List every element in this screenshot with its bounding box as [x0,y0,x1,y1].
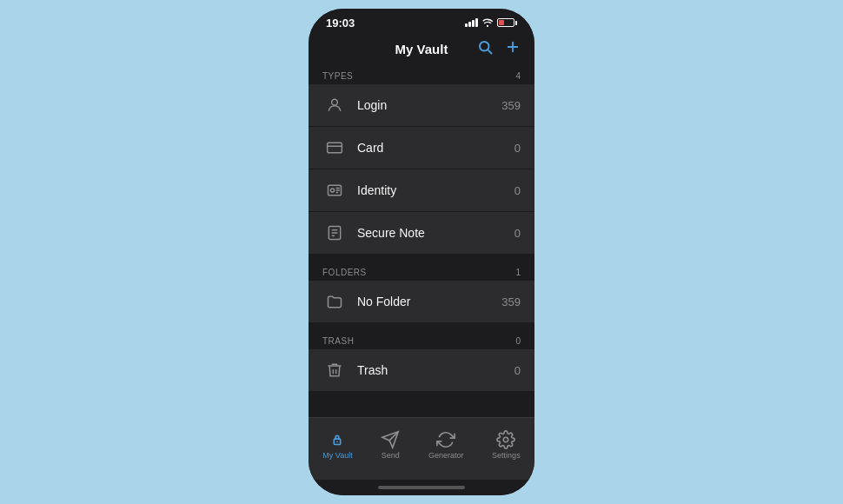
bottom-nav: My Vault Send Generator Settings [309,417,534,480]
vault-nav-icon [328,430,347,449]
status-icons [465,18,517,27]
card-count: 0 [514,142,521,155]
secure-note-item[interactable]: Secure Note 0 [309,212,534,254]
nav-my-vault[interactable]: My Vault [315,427,359,463]
svg-rect-5 [328,143,342,153]
header-title: My Vault [395,42,448,56]
status-time: 19:03 [326,17,355,30]
no-folder-count: 359 [501,295,521,308]
svg-point-18 [504,437,509,442]
no-folder-item[interactable]: No Folder 359 [309,281,534,322]
identity-count: 0 [514,184,521,197]
trash-section-header: TRASH 0 [309,329,534,349]
types-count: 4 [515,71,521,81]
types-section: TYPES 4 Login 359 [309,64,534,254]
send-nav-label: Send [382,451,400,460]
nav-generator[interactable]: Generator [422,427,471,463]
svg-line-1 [488,50,491,53]
battery-icon [497,18,517,27]
settings-nav-label: Settings [492,451,521,460]
types-section-header: TYPES 4 [309,64,534,84]
trash-icon [322,358,347,382]
generator-nav-icon [436,430,455,449]
card-label: Card [357,141,383,155]
identity-icon [322,178,347,202]
content-area: TYPES 4 Login 359 [309,64,534,417]
secure-note-label: Secure Note [357,226,425,240]
trash-section-count: 0 [515,336,521,346]
folders-count: 1 [515,268,521,277]
header: My Vault [309,33,534,64]
trash-item-count: 0 [514,364,521,377]
trash-section: TRASH 0 Trash 0 [309,329,534,391]
vault-nav-label: My Vault [322,451,352,460]
svg-point-8 [330,189,334,192]
signal-icon [465,18,478,27]
folder-icon [322,289,347,314]
send-nav-icon [381,430,400,449]
svg-point-17 [337,441,339,442]
no-folder-label: No Folder [357,295,410,308]
trash-item-label: Trash [357,363,388,377]
nav-settings[interactable]: Settings [485,427,528,463]
card-icon [322,136,347,160]
identity-label: Identity [357,183,396,197]
home-indicator [309,480,534,495]
login-count: 359 [501,99,521,112]
identity-item[interactable]: Identity 0 [309,169,534,211]
folders-section-header: FOLDERS 1 [309,261,534,281]
folders-label: FOLDERS [322,268,367,277]
secure-note-count: 0 [514,227,521,240]
login-icon [322,93,347,117]
header-actions [477,39,521,58]
card-item[interactable]: Card 0 [309,127,534,169]
trash-item[interactable]: Trash 0 [309,349,534,391]
generator-nav-label: Generator [428,451,464,460]
settings-nav-icon [496,430,515,449]
phone-frame: 19:03 My Vault [309,9,534,495]
login-item[interactable]: Login 359 [309,84,534,126]
login-label: Login [357,98,387,112]
trash-label: TRASH [322,336,354,346]
folders-section: FOLDERS 1 No Folder 359 [309,261,534,322]
status-bar: 19:03 [309,9,534,33]
note-icon [322,221,347,245]
home-bar [378,486,465,489]
wifi-icon [481,18,494,27]
nav-send[interactable]: Send [374,427,407,463]
types-label: TYPES [322,71,353,81]
search-icon[interactable] [477,39,493,58]
add-icon[interactable] [505,39,521,58]
svg-point-4 [332,99,338,105]
